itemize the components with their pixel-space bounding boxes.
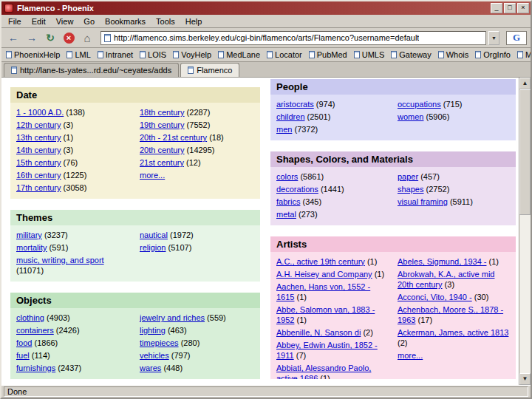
facet-link[interactable]: wares [140, 364, 161, 372]
bookmark-medlane[interactable]: MedLane [216, 50, 265, 60]
facet-link[interactable]: clothing [16, 313, 44, 322]
bookmark-voyhelp[interactable]: VoyHelp [171, 50, 216, 60]
url-dropdown-button[interactable]: ▼ [488, 31, 499, 45]
facet-link[interactable]: 13th century [16, 133, 61, 142]
bookmark-whois[interactable]: Whois [436, 50, 474, 60]
facet-link[interactable]: paper [398, 172, 418, 181]
facet-link[interactable]: Achenbach, Moore S., 1878 - 1963 [398, 305, 503, 324]
facet-link[interactable]: mortality [16, 243, 47, 252]
bookmark-pubmed[interactable]: PubMed [307, 50, 352, 60]
facet-link[interactable]: visual framing [398, 197, 448, 206]
close-button[interactable]: × [517, 3, 529, 13]
facet-link[interactable]: 18th century [140, 108, 185, 117]
facet-link[interactable]: 14th century [16, 146, 61, 154]
facet-link[interactable]: Abbey, Edwin Austin, 1852 - 1911 [276, 341, 378, 360]
more-link[interactable]: more... [140, 171, 165, 180]
bookmark-umls[interactable]: UMLS [352, 50, 389, 60]
facet-link[interactable]: 12th century [16, 120, 61, 129]
facet-link[interactable]: vehicles [140, 351, 169, 360]
menu-item-go[interactable]: Go [78, 16, 100, 27]
category-panel-people: Peoplearistocrats (974)children (2501)me… [270, 79, 516, 140]
facet-link[interactable]: 15th century [16, 158, 61, 167]
facet-link[interactable]: A.H. Heisey and Company [276, 270, 372, 279]
facet-link[interactable]: Ackerman, James, active 1813 [398, 328, 508, 337]
facet-link[interactable]: occupations [398, 100, 441, 109]
bookmark-mesh-browser[interactable]: MeSH Browser [515, 50, 531, 60]
facet-link[interactable]: religion [140, 243, 166, 252]
facet-link[interactable]: men [276, 125, 292, 134]
facet-link[interactable]: 21st century [140, 158, 184, 167]
stop-icon: × [64, 33, 75, 44]
facet-link[interactable]: Abeles, Sigmund, 1934 - [398, 257, 486, 266]
facet-link[interactable]: fabrics [276, 197, 300, 206]
scroll-up-button[interactable]: ▲ [519, 78, 531, 89]
bookmark-intranet[interactable]: Intranet [95, 50, 137, 60]
url-bar[interactable]: http://flamenco.sims.berkeley.edu/cgi-bi… [100, 31, 486, 45]
tab-0[interactable]: http://lane-ts-yates...rd.edu/~ceyates/a… [4, 63, 179, 77]
facet-count: (1) [365, 257, 378, 266]
more-link[interactable]: more... [398, 351, 423, 360]
facet-link[interactable]: fuel [16, 351, 30, 360]
facet-link[interactable]: shapes [398, 185, 423, 194]
facet-link[interactable]: 20th century [140, 146, 185, 154]
menu-item-tools[interactable]: Tools [151, 16, 180, 27]
facet-link[interactable]: women [398, 112, 423, 121]
facet-link[interactable]: military [16, 231, 42, 239]
tab-1[interactable]: Flamenco [180, 63, 239, 77]
bookmark-lois[interactable]: LOIS [137, 50, 171, 60]
minimize-button[interactable]: _ [491, 3, 502, 13]
stop-button[interactable]: × [61, 30, 77, 46]
maximize-button[interactable]: □ [504, 3, 516, 13]
bookmark-label: Intranet [106, 50, 133, 59]
menu-item-bookmarks[interactable]: Bookmarks [100, 16, 151, 27]
facet-row: women (5906) [398, 112, 510, 122]
search-engine-button[interactable]: G [506, 31, 527, 45]
facet-link[interactable]: furnishings [16, 364, 55, 372]
facet-link[interactable]: A.C., active 19th century [276, 257, 365, 266]
facet-link[interactable]: timepieces [140, 338, 179, 347]
home-button[interactable]: ⌂ [79, 30, 95, 46]
facet-count: (3) [61, 146, 74, 154]
facet-link[interactable]: lighting [140, 326, 166, 335]
facet-link[interactable]: nautical [140, 231, 168, 239]
facet-link[interactable]: decorations [276, 185, 318, 194]
facet-link[interactable]: Abbe, Salomon van, 1883 - 1952 [276, 305, 375, 324]
facet-link[interactable]: food [16, 338, 32, 347]
bookmark-locator[interactable]: Locator [265, 50, 307, 60]
bookmark-phoenixhelp[interactable]: PhoenixHelp [4, 50, 64, 60]
facet-link[interactable]: 20th - 21st century [140, 133, 207, 142]
scroll-down-button[interactable]: ▼ [519, 373, 531, 385]
bookmark-lml[interactable]: LML [64, 50, 95, 60]
facet-link[interactable]: jewelry and riches [140, 313, 205, 322]
scrollbar-track[interactable] [519, 215, 531, 373]
facet-count: (2) [398, 338, 407, 347]
facet-link[interactable]: children [276, 112, 305, 121]
menu-item-edit[interactable]: Edit [27, 16, 51, 27]
facet-link[interactable]: metal [276, 210, 296, 219]
facet-link[interactable]: music, writing, and sport [16, 256, 104, 265]
menu-item-help[interactable]: Help [180, 16, 208, 27]
facet-link[interactable]: containers [16, 326, 54, 335]
category-header-date: Date [10, 87, 260, 103]
facet-link[interactable]: Aachen, Hans von, 1552 - 1615 [276, 282, 370, 301]
vertical-scrollbar[interactable]: ▲ ▼ [519, 78, 531, 385]
bookmark-orginfo[interactable]: OrgInfo [473, 50, 515, 60]
facet-link[interactable]: aristocrats [276, 100, 314, 109]
forward-button[interactable]: → [24, 30, 40, 46]
facet-link[interactable]: 16th century [16, 171, 61, 180]
scrollbar-thumb[interactable] [519, 89, 531, 215]
reload-button[interactable]: ↻ [42, 30, 58, 46]
menu-item-view[interactable]: View [51, 16, 79, 27]
bookmark-gateway[interactable]: Gateway [389, 50, 435, 60]
facet-link[interactable]: 19th century [140, 120, 185, 129]
facet-link[interactable]: Acconci, Vito, 1940 - [398, 293, 472, 301]
menu-item-file[interactable]: File [3, 16, 27, 27]
facet-link[interactable]: 17th century [16, 183, 61, 192]
facet-row: clothing (4903) [16, 313, 131, 323]
facet-link[interactable]: Abbenille, N. Sanson di [276, 328, 361, 337]
facet-link[interactable]: colors [276, 172, 298, 181]
facet-link[interactable]: 1 - 1000 A.D. [16, 108, 64, 117]
back-button[interactable]: ← [5, 30, 21, 46]
facet-row: aristocrats (974) [276, 99, 389, 109]
nav-toolbar: ← → ↻ × ⌂ http://flamenco.sims.berkeley.… [1, 28, 531, 48]
